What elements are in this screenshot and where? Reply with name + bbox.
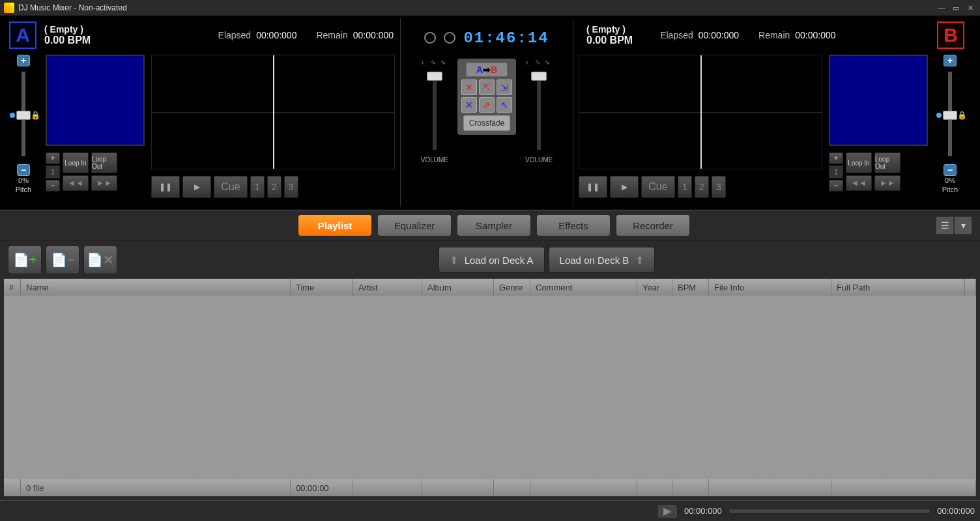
- th-name[interactable]: Name: [21, 279, 291, 296]
- th-num[interactable]: #: [4, 279, 21, 296]
- deck-b-pitch-slider[interactable]: 🔒: [948, 72, 952, 156]
- deck-b-loop-in[interactable]: Loop In: [846, 152, 872, 173]
- remove-file-button[interactable]: 📄−: [46, 246, 79, 274]
- progress-slider[interactable]: [728, 509, 930, 514]
- deck-a-pitch-slider[interactable]: 🔒: [22, 72, 25, 156]
- xf-curve-3[interactable]: ⇲: [497, 79, 512, 95]
- deck-b-hotcue-3[interactable]: 3: [712, 176, 726, 198]
- deck-b-loop-next[interactable]: ►►: [874, 175, 901, 191]
- table-body[interactable]: [4, 296, 976, 479]
- stopwatch-icon[interactable]: [444, 32, 455, 44]
- tabs-row: Playlist Equalizer Sampler Effects Recor…: [0, 210, 980, 241]
- tab-effects[interactable]: Effects: [537, 215, 610, 236]
- deck-a-pause-button[interactable]: ❚❚: [151, 176, 180, 198]
- th-time[interactable]: Time: [291, 279, 353, 296]
- sine-icon[interactable]: ∿: [440, 59, 448, 66]
- deck-b-pitch-label: Pitch: [942, 185, 958, 194]
- ab-direction-button[interactable]: A➡B: [466, 63, 508, 77]
- xf-curve-4[interactable]: ✕: [461, 97, 477, 113]
- crossfade-panel: A➡B ✕ ⇱ ⇲ ✕ ⇗ ⇖ Crossfade: [457, 59, 516, 135]
- deck-a-hotcue-2[interactable]: 2: [267, 176, 281, 198]
- maximize-button[interactable]: ▭: [950, 3, 962, 12]
- th-fullpath[interactable]: Full Path: [831, 279, 965, 296]
- clock-icon[interactable]: [424, 32, 436, 44]
- deck-b-hotcue-1[interactable]: 1: [678, 176, 692, 198]
- th-fileinfo[interactable]: File Info: [709, 279, 831, 296]
- th-artist[interactable]: Artist: [353, 279, 422, 296]
- deck-a-hotcue-3[interactable]: 3: [284, 176, 298, 198]
- deck-a-play-button[interactable]: ▶: [182, 176, 211, 198]
- deck-b-step-plus[interactable]: +: [829, 152, 843, 164]
- view-list-button[interactable]: ☰: [936, 216, 954, 234]
- th-year[interactable]: Year: [637, 279, 672, 296]
- main-play-button[interactable]: ▶: [657, 504, 678, 518]
- th-genre[interactable]: Genre: [494, 279, 530, 296]
- volume-b-label: VOLUME: [525, 156, 553, 163]
- wave-icon[interactable]: ∿: [431, 59, 439, 66]
- deck-b-play-button[interactable]: ▶: [610, 176, 639, 198]
- xf-curve-5[interactable]: ⇗: [479, 97, 495, 113]
- deck-b-step-minus[interactable]: −: [829, 180, 843, 191]
- xf-curve-1[interactable]: ✕: [461, 79, 477, 95]
- center-mixer: 01:46:14 ♪ ∿ ∿ VOLUME A➡B ✕ ⇱ ⇲: [400, 18, 573, 207]
- volume-b-slider[interactable]: [537, 72, 541, 150]
- th-album[interactable]: Album: [422, 279, 494, 296]
- upload-icon: ⬆: [450, 254, 458, 266]
- minimize-button[interactable]: —: [936, 3, 947, 12]
- deck-a-bpm: 0.00 BPM: [44, 35, 91, 46]
- tab-equalizer[interactable]: Equalizer: [378, 215, 451, 236]
- deck-a-elapsed-label: Elapsed: [218, 30, 252, 40]
- th-bpm[interactable]: BPM: [672, 279, 709, 296]
- xf-curve-2[interactable]: ⇱: [479, 79, 495, 95]
- pitch-indicator-icon: [10, 113, 15, 118]
- deck-b-loop-prev[interactable]: ◄◄: [846, 175, 872, 191]
- load-deck-b-button[interactable]: Load on Deck B ⬆: [549, 247, 656, 273]
- deck-a-letter: A: [9, 21, 36, 49]
- titlebar-title: DJ Music Mixer - Non-activated: [18, 3, 127, 12]
- bottom-bar: ▶ 00:00:000 00:00:000: [0, 500, 980, 521]
- deck-a-pitch-minus[interactable]: −: [17, 164, 30, 176]
- volume-a-slider[interactable]: [433, 72, 437, 150]
- deck-a-loop-in[interactable]: Loop In: [63, 152, 89, 173]
- deck-a-cue-button[interactable]: Cue: [214, 176, 248, 198]
- crossfade-button[interactable]: Crossfade: [463, 115, 510, 131]
- add-file-button[interactable]: 📄+: [8, 246, 42, 274]
- deck-a-step-minus[interactable]: −: [46, 180, 60, 191]
- deck-b-remain: 00:00:000: [795, 30, 835, 40]
- table-footer: 0 file 00:00:00: [4, 479, 976, 496]
- deck-a-loop-prev[interactable]: ◄◄: [63, 175, 89, 191]
- eq-icon[interactable]: ♪: [421, 59, 429, 66]
- xf-curve-6[interactable]: ⇖: [497, 97, 512, 113]
- eq-icon-b[interactable]: ♪: [525, 59, 533, 66]
- deck-a-waveform[interactable]: [151, 55, 395, 169]
- deck-a-step-plus[interactable]: +: [46, 152, 60, 164]
- wave-icon-b[interactable]: ∿: [535, 59, 543, 66]
- deck-b-pitch-plus[interactable]: +: [944, 55, 957, 66]
- lock-icon[interactable]: 🔒: [31, 111, 37, 119]
- deck-b-pitch-column: + 🔒 − 0% Pitch: [934, 55, 966, 198]
- lock-icon[interactable]: 🔒: [957, 111, 964, 119]
- deck-b-pitch-minus[interactable]: −: [944, 164, 957, 176]
- deck-b-pause-button[interactable]: ❚❚: [579, 176, 607, 198]
- deck-a-loop-next[interactable]: ►►: [91, 175, 117, 191]
- deck-b-pitch-pct: 0%: [945, 176, 955, 185]
- tab-sampler[interactable]: Sampler: [457, 215, 530, 236]
- deck-b-hotcue-2[interactable]: 2: [695, 176, 709, 198]
- deck-b-elapsed: 00:00:000: [699, 30, 739, 40]
- tab-playlist[interactable]: Playlist: [298, 215, 371, 236]
- deck-b-display: [829, 55, 928, 146]
- view-dropdown-button[interactable]: ▾: [954, 216, 972, 234]
- load-deck-a-button[interactable]: ⬆ Load on Deck A: [439, 247, 545, 273]
- deck-b-cue-button[interactable]: Cue: [641, 176, 675, 198]
- deck-a-hotcue-1[interactable]: 1: [250, 176, 265, 198]
- deck-b-waveform[interactable]: [579, 55, 822, 169]
- deck-a-pitch-plus[interactable]: +: [17, 55, 30, 66]
- deck-a-loop-out[interactable]: Loop Out: [91, 152, 117, 173]
- toolbar-row: 📄+ 📄− 📄✕ ⬆ Load on Deck A Load on Deck B…: [0, 241, 980, 279]
- th-comment[interactable]: Comment: [530, 279, 637, 296]
- sine-icon-b[interactable]: ∿: [545, 59, 553, 66]
- clear-files-button[interactable]: 📄✕: [83, 246, 117, 274]
- deck-b-loop-out[interactable]: Loop Out: [874, 152, 901, 173]
- close-button[interactable]: ✕: [964, 3, 976, 12]
- tab-recorder[interactable]: Recorder: [616, 215, 689, 236]
